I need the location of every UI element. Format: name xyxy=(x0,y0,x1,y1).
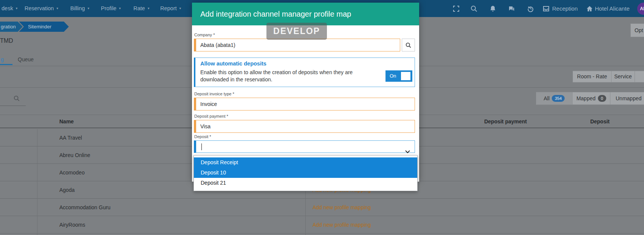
table-search-icon[interactable] xyxy=(14,95,20,101)
dialog-title: Add integration channel manager profile … xyxy=(200,3,351,25)
mapped-count-badge: 0 xyxy=(598,95,606,102)
auto-deposits-title: Allow automatic deposits xyxy=(200,61,266,67)
chevron-down-icon xyxy=(405,145,410,148)
segment-unmapped-label: Unmapped xyxy=(616,95,642,101)
fullscreen-icon[interactable] xyxy=(453,5,460,12)
column-header-deposit-payment[interactable]: Deposit payment xyxy=(451,115,527,128)
inbox-icon[interactable] xyxy=(543,5,550,12)
deposit-payment-label: Deposit payment * xyxy=(194,114,228,118)
search-icon xyxy=(402,43,411,49)
page-title: TMD xyxy=(0,37,13,44)
segment-mapped[interactable]: Mapped0 xyxy=(572,92,610,105)
menu-billing[interactable]: Billing xyxy=(70,0,89,17)
deposit-payment-field[interactable]: Visa xyxy=(194,120,415,133)
profile-name: AA Travel xyxy=(59,129,82,146)
table-row[interactable]: AiryRooms Add new profile mapping xyxy=(0,216,644,233)
toggle-knob xyxy=(401,72,410,80)
profile-name: Accommodation Guru xyxy=(59,199,110,216)
room-rate-button[interactable]: Room - Rate xyxy=(573,71,611,82)
deposit-label: Deposit * xyxy=(194,134,211,139)
service-button[interactable]: Service xyxy=(611,71,635,82)
auto-deposits-toggle[interactable]: On xyxy=(385,70,412,82)
add-profile-mapping-link[interactable]: Add new profile mapping xyxy=(313,199,371,216)
user-avatar[interactable]: AB xyxy=(637,3,644,15)
reception-label[interactable]: Reception xyxy=(552,0,578,17)
auto-deposits-description: Enable this option to allow the creation… xyxy=(200,69,363,83)
active-tab-underline xyxy=(0,64,12,65)
deposit-invoice-type-label: Deposit invoice type * xyxy=(194,92,234,96)
table-row[interactable]: Accommodation Guru Add new profile mappi… xyxy=(0,199,644,216)
segment-unmapped[interactable]: Unmapped xyxy=(610,92,644,105)
menu-profile[interactable]: Profile xyxy=(101,0,121,17)
toggle-on-label: On xyxy=(390,70,396,82)
hotel-label[interactable]: Hotel Alicante xyxy=(595,0,630,17)
profile-name: Acomodeo xyxy=(59,164,85,181)
segment-all[interactable]: All354 xyxy=(536,92,573,105)
text-cursor xyxy=(201,143,202,150)
history-icon[interactable] xyxy=(527,5,534,12)
profile-name: Abreu Online xyxy=(59,146,90,164)
dialog-header: Add integration channel manager profile … xyxy=(192,3,419,25)
options-button[interactable]: Opt xyxy=(630,23,644,37)
breadcrumb-integration[interactable]: gration xyxy=(0,22,23,32)
develop-environment-ribbon: DEVELOP xyxy=(266,23,327,40)
app-window: desk Reservation Billing Profile Rate Re… xyxy=(0,0,644,235)
search-icon[interactable] xyxy=(471,5,477,12)
home-icon[interactable] xyxy=(586,5,593,12)
dropdown-option[interactable]: Deposit 10 xyxy=(194,168,417,178)
menu-reservation[interactable]: Reservation xyxy=(25,0,58,17)
profile-name: AiryRooms xyxy=(59,216,85,233)
deposit-invoice-type-field[interactable]: Invoice xyxy=(194,98,415,110)
company-field[interactable]: Abata (abata1) xyxy=(194,39,400,51)
company-label: Company * xyxy=(194,33,215,37)
profile-name: Agoda xyxy=(59,181,74,199)
segment-mapped-label: Mapped xyxy=(576,95,596,101)
all-count-badge: 354 xyxy=(552,95,565,102)
extra-filter-button[interactable] xyxy=(635,71,644,82)
tab-mapping[interactable]: g xyxy=(1,56,4,62)
company-search-button[interactable] xyxy=(402,39,415,51)
deposit-options-dropdown: Deposit Receipt Deposit 10 Deposit 21 xyxy=(194,155,418,191)
add-profile-mapping-link[interactable]: Add new profile mapping xyxy=(313,216,371,233)
auto-deposits-panel: Allow automatic deposits Enable this opt… xyxy=(194,58,415,87)
column-header-deposit[interactable]: Deposit xyxy=(534,115,610,128)
menu-desk[interactable]: desk xyxy=(2,0,17,17)
segment-all-label: All xyxy=(544,95,550,101)
menu-rate[interactable]: Rate xyxy=(133,0,149,17)
column-divider xyxy=(37,129,37,235)
tab-queue[interactable]: Queue xyxy=(18,56,34,62)
dropdown-option[interactable]: Deposit Receipt xyxy=(194,157,417,168)
bell-icon[interactable] xyxy=(489,5,496,12)
table-search-input[interactable] xyxy=(0,106,26,106)
column-header-name[interactable]: Name xyxy=(59,115,74,128)
menu-report[interactable]: Report xyxy=(160,0,181,17)
chat-icon[interactable] xyxy=(508,5,515,12)
deposit-select[interactable] xyxy=(194,140,415,153)
dropdown-option[interactable]: Deposit 21 xyxy=(194,178,417,188)
breadcrumb-siteminder[interactable]: Siteminder xyxy=(19,22,69,32)
